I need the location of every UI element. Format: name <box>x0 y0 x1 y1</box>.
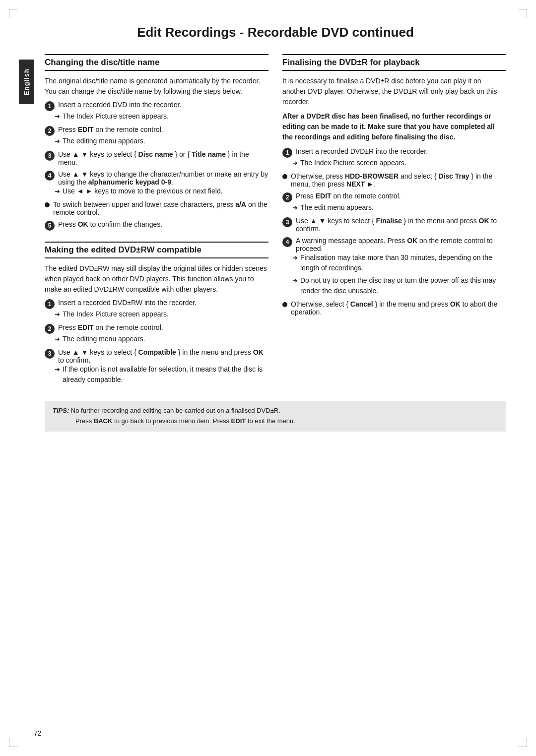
fin-step-num-2: 2 <box>282 192 292 202</box>
section-finalising: Finalising the DVD±R for playback It is … <box>282 54 506 316</box>
corner-tr <box>518 9 527 18</box>
two-column-layout: Changing the disc/title name The origina… <box>45 54 506 389</box>
step-num-3: 3 <box>45 151 55 161</box>
step-4-text: Use ▲ ▼ keys to change the character/num… <box>58 170 268 186</box>
section-intro-compatible: The edited DVD±RW may still display the … <box>45 263 268 295</box>
compat-step-num-2: 2 <box>45 324 55 334</box>
compat-step-1: 1 Insert a recorded DVD±RW into the reco… <box>45 299 268 319</box>
tips-line1: No further recording and editing can be … <box>71 407 280 414</box>
tips-label: TIPS: <box>53 407 69 414</box>
step-1-arrow: ➜ The Index Picture screen appears. <box>55 111 268 122</box>
fin-step-2-arrow: ➜ The edit menu appears. <box>292 202 506 213</box>
step-2-text: Press EDIT on the remote control. <box>58 126 163 133</box>
fin-step-num-4: 4 <box>282 237 292 247</box>
section-heading-compatible: Making the edited DVD±RW compatible <box>45 242 268 258</box>
corner-bl <box>9 738 18 747</box>
fin-step-4-arrow1: ➜ Finalisation may take more than 30 min… <box>292 252 506 273</box>
step-3-text: Use ▲ ▼ keys to select { Disc name } or … <box>58 150 268 166</box>
fin-step-1: 1 Insert a recorded DVD±R into the recor… <box>282 147 506 168</box>
step-5-text: Press OK to confirm the changes. <box>58 220 162 228</box>
fin-step-1-arrow: ➜ The Index Picture screen appears. <box>292 158 506 168</box>
fin-step-num-1: 1 <box>282 148 292 158</box>
tips-line2: Press BACK to go back to previous menu i… <box>75 417 295 425</box>
page-number: 72 <box>34 729 42 737</box>
section-heading-finalising: Finalising the DVD±R for playback <box>282 54 506 71</box>
section-changing-disc-title: Changing the disc/title name The origina… <box>45 54 268 231</box>
fin-step-4: 4 A warning message appears. Press OK on… <box>282 237 506 296</box>
step-1-left: 1 Insert a recorded DVD into the recorde… <box>45 101 268 122</box>
section-heading-changing: Changing the disc/title name <box>45 54 268 71</box>
bullet-upper-lower: To switch between upper and lower case c… <box>45 200 268 216</box>
step-2-left: 2 Press EDIT on the remote control. ➜ Th… <box>45 126 268 146</box>
bullet-dot-hdd <box>282 174 287 179</box>
step-1-text: Insert a recorded DVD into the recorder. <box>58 101 181 109</box>
bullet-hdd-browser: Otherwise, press HDD-BROWSER and select … <box>282 172 506 188</box>
step-4-arrow: ➜ Use ◄ ► keys to move to the previous o… <box>55 186 268 196</box>
english-sidebar: English <box>19 60 34 104</box>
section-intro-finalising: It is necessary to finalise a DVD±R disc… <box>282 76 506 107</box>
right-column: Finalising the DVD±R for playback It is … <box>282 54 506 389</box>
bullet-dot-cancel <box>282 302 287 307</box>
section-making-compatible: Making the edited DVD±RW compatible The … <box>45 242 268 385</box>
tips-box: TIPS: No further recording and editing c… <box>45 401 506 432</box>
step-num-4: 4 <box>45 171 55 181</box>
fin-step-2: 2 Press EDIT on the remote control. ➜ Th… <box>282 192 506 213</box>
compat-step-3-arrow: ➜ If the option is not available for sel… <box>55 364 268 385</box>
compat-step-2: 2 Press EDIT on the remote control. ➜ Th… <box>45 323 268 344</box>
bold-warning: After a DVD±R disc has been finalised, n… <box>282 111 506 142</box>
left-column: Changing the disc/title name The origina… <box>45 54 268 389</box>
compat-step-2-arrow: ➜ The editing menu appears. <box>55 334 268 344</box>
english-label: English <box>23 68 30 95</box>
section-intro-changing: The original disc/title name is generate… <box>45 76 268 97</box>
corner-br <box>518 738 527 747</box>
fin-step-4-arrow2: ➜ Do not try to open the disc tray or tu… <box>292 275 506 296</box>
step-2-arrow: ➜ The editing menu appears. <box>55 136 268 146</box>
fin-step-num-3: 3 <box>282 217 292 227</box>
compat-step-1-arrow: ➜ The Index Picture screen appears. <box>55 309 268 319</box>
page-title: Edit Recordings - Recordable DVD continu… <box>45 20 506 40</box>
step-4-left: 4 Use ▲ ▼ keys to change the character/n… <box>45 170 268 196</box>
compat-step-num-1: 1 <box>45 299 55 309</box>
compat-step-num-3: 3 <box>45 349 55 359</box>
bullet-dot-1 <box>45 202 50 207</box>
step-3-left: 3 Use ▲ ▼ keys to select { Disc name } o… <box>45 150 268 166</box>
bullet-cancel: Otherwise, select { Cancel } in the menu… <box>282 300 506 316</box>
compat-step-3: 3 Use ▲ ▼ keys to select { Compatible } … <box>45 348 268 385</box>
fin-step-3: 3 Use ▲ ▼ keys to select { Finalise } in… <box>282 217 506 233</box>
step-5-left: 5 Press OK to confirm the changes. <box>45 220 268 231</box>
step-num-2: 2 <box>45 126 55 136</box>
step-num-1: 1 <box>45 101 55 111</box>
corner-tl <box>9 9 18 18</box>
step-num-5: 5 <box>45 221 55 231</box>
page: English Edit Recordings - Recordable DVD… <box>0 0 536 756</box>
